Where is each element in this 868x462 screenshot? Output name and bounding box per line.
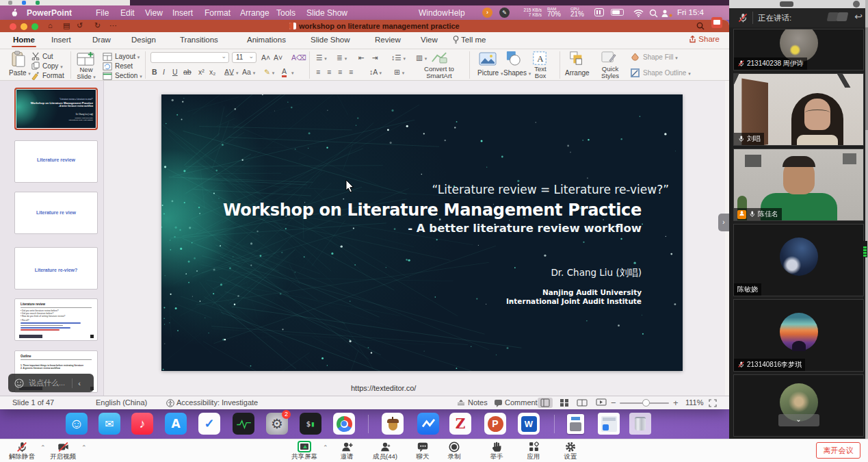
menu-view[interactable]: View <box>145 8 163 18</box>
reset-icon[interactable] <box>103 62 112 71</box>
dock-things-icon[interactable]: ✓ <box>198 413 220 435</box>
undo-icon[interactable]: ↺ <box>77 21 83 30</box>
menubar-clock[interactable]: Fri 15:4 <box>677 8 704 16</box>
new-slide-icon[interactable] <box>77 51 96 66</box>
participant-tile-2[interactable]: 刘唱 <box>733 73 864 146</box>
slide-thumbnail-2[interactable]: Literature review <box>14 140 98 183</box>
menu-file[interactable]: File <box>96 8 109 18</box>
start-video-chevron-icon[interactable]: ⌃ <box>81 444 87 451</box>
copy-button[interactable]: Copy ▾ <box>42 62 63 70</box>
tab-transitions[interactable]: Transitions <box>180 36 218 44</box>
redo-icon[interactable]: ↻ <box>94 21 101 30</box>
dock-music-icon[interactable]: ♪ <box>131 413 153 435</box>
bold-button[interactable]: B <box>152 68 157 76</box>
language-indicator[interactable]: English (China) <box>96 398 147 407</box>
dock-nutstore-icon[interactable] <box>382 413 404 435</box>
settings-button[interactable]: 设置 <box>550 441 591 461</box>
section-button[interactable]: Section ▾ <box>115 72 142 79</box>
dock-activity-monitor-icon[interactable] <box>233 413 254 435</box>
shapes-button[interactable]: Shapes ▾ <box>503 69 531 77</box>
layout-icon-2[interactable] <box>837 12 849 21</box>
url-text[interactable]: https://texteditor.co/ <box>351 384 416 392</box>
superscript-button[interactable]: x² <box>198 68 205 76</box>
section-icon[interactable] <box>103 71 112 81</box>
menu-window[interactable]: Window <box>419 8 448 18</box>
underline-button[interactable]: U <box>172 68 178 76</box>
menu-slide-show[interactable]: Slide Show <box>306 8 347 18</box>
zoom-slider-knob[interactable] <box>642 399 650 407</box>
subscript-button[interactable]: x₂ <box>209 68 215 76</box>
participant-tile-5[interactable]: 213140816李梦琪 <box>733 299 864 372</box>
zoom-window-button[interactable] <box>31 23 38 30</box>
menu-help[interactable]: Help <box>448 8 465 18</box>
normal-view-button[interactable] <box>538 398 553 408</box>
cpu-indicator[interactable]: CPU21% <box>570 7 584 18</box>
tab-animations[interactable]: Animations <box>247 36 286 44</box>
cut-icon[interactable] <box>31 52 40 60</box>
tab-review[interactable]: Review <box>375 36 401 44</box>
change-case-button[interactable]: Aa ▾ <box>242 68 255 76</box>
zoom-in-button[interactable]: + <box>673 398 679 408</box>
slide-org-line2[interactable]: International Joint Audit Institute <box>506 297 642 305</box>
back-arrow-icon[interactable]: ↩ <box>854 11 863 22</box>
picture-button[interactable]: Picture ▾ <box>477 69 503 77</box>
text-direction-button[interactable]: ↕A ▾ <box>369 68 382 76</box>
align-center-button[interactable]: ≡ <box>327 68 331 76</box>
search-icon[interactable] <box>649 9 658 18</box>
strikethrough-button[interactable]: ab <box>183 68 192 76</box>
character-spacing-button[interactable]: A̲V̲ ▾ <box>224 68 238 76</box>
tab-design[interactable]: Design <box>131 36 156 44</box>
net-speed[interactable]: 215 KB/s7 KB/s <box>517 8 542 17</box>
menu-app-name[interactable]: PowerPoint <box>27 8 72 18</box>
numbering-button[interactable]: ≣ ▾ <box>337 53 347 62</box>
decrease-indent-button[interactable]: ⇤ <box>358 53 365 62</box>
italic-button[interactable]: I <box>163 68 165 76</box>
shape-outline-icon[interactable] <box>631 68 640 77</box>
tab-home[interactable]: Home <box>13 36 35 44</box>
titlebar-search-icon[interactable] <box>696 22 705 30</box>
dock-word-icon[interactable]: W <box>518 413 540 435</box>
accessibility-status[interactable]: Accessibility: Investigate <box>176 398 258 407</box>
dock-settings-icon[interactable]: ⚙2 <box>266 413 288 435</box>
raise-hand-button[interactable]: 举手 <box>476 441 517 461</box>
dock-zotero-icon[interactable]: Z <box>449 413 471 435</box>
tab-view[interactable]: View <box>421 36 438 44</box>
cut-button[interactable]: Cut <box>42 53 53 60</box>
emoji-icon[interactable] <box>14 378 24 388</box>
ram-indicator[interactable]: RAM70% <box>547 7 561 18</box>
tab-insert[interactable]: Insert <box>51 36 71 44</box>
slide-thumbnail-1[interactable]: “Literature review = Literature re-view?… <box>14 88 98 130</box>
slide-sorter-view-button[interactable] <box>557 398 572 408</box>
convert-smartart-button[interactable]: Convert toSmartArt <box>419 66 460 79</box>
quick-styles-icon[interactable] <box>601 51 617 66</box>
home-icon[interactable]: ⌂ <box>48 21 53 29</box>
chat-input-overlay[interactable]: 说点什么... ‹ <box>8 374 94 392</box>
participant-tile-1[interactable]: 213140238 周伊诗 <box>733 29 864 70</box>
highlight-button[interactable]: ✎ ▾ <box>264 68 274 76</box>
keypad-icon[interactable] <box>594 8 604 16</box>
menu-format[interactable]: Format <box>205 8 231 18</box>
fit-slide-icon[interactable] <box>709 399 717 407</box>
dock-voov-meeting-icon[interactable] <box>417 413 439 435</box>
reset-button[interactable]: Reset <box>115 62 133 70</box>
comments-button[interactable]: Comments <box>505 398 541 407</box>
share-button[interactable]: Share <box>689 35 720 43</box>
align-right-button[interactable]: ≡ <box>338 68 342 76</box>
text-box-icon[interactable]: A <box>532 51 547 66</box>
sidebar-collapse-handle[interactable]: › <box>718 214 729 231</box>
members-button[interactable]: 成员(44) <box>365 441 406 461</box>
shape-fill-icon[interactable] <box>631 53 640 62</box>
tab-draw[interactable]: Draw <box>92 36 111 44</box>
invite-button[interactable]: 邀请 <box>326 441 367 461</box>
align-text-button[interactable]: ⊞ ▾ <box>394 68 404 76</box>
menu-arrange[interactable]: Arrange <box>240 8 269 18</box>
align-left-button[interactable]: ≡ <box>316 68 320 76</box>
unmute-button[interactable]: 解除静音 <box>1 441 42 461</box>
increase-indent-button[interactable]: ⇥ <box>372 53 378 62</box>
new-slide-button[interactable]: NewSlide ▾ <box>73 66 100 81</box>
increase-font-button[interactable]: A˄ <box>261 53 270 62</box>
paste-icon[interactable] <box>11 51 26 68</box>
format-painter-icon[interactable] <box>31 71 40 80</box>
clear-formatting-button[interactable]: A⌫ <box>291 53 306 62</box>
slide-subtitle-text[interactable]: - A better literature review workflow <box>408 222 642 235</box>
